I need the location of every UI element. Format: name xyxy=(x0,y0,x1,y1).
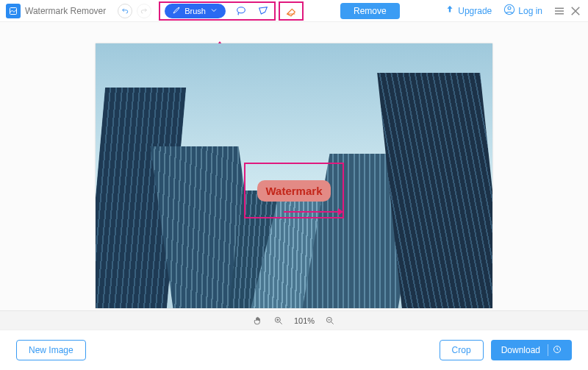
close-button[interactable] xyxy=(569,4,582,18)
crop-button[interactable]: Crop xyxy=(440,340,484,360)
image-canvas[interactable]: Watermark xyxy=(96,43,492,308)
eraser-tool-button[interactable] xyxy=(284,4,298,18)
history-controls xyxy=(118,4,151,18)
watermark-selection-box[interactable]: Watermark xyxy=(244,163,344,218)
watermark-label: Watermark xyxy=(257,180,331,202)
menu-button[interactable] xyxy=(553,4,566,18)
top-toolbar: Watermark Remover Brush Remove Upgrade xyxy=(0,0,588,22)
remove-button[interactable]: Remove xyxy=(340,3,400,19)
zoom-level: 101% xyxy=(294,316,315,325)
svg-point-1 xyxy=(237,7,245,13)
button-split xyxy=(548,344,548,356)
clock-icon xyxy=(553,345,562,356)
login-button[interactable]: Log in xyxy=(503,4,542,18)
brush-label: Brush xyxy=(184,7,206,15)
brush-tool-button[interactable]: Brush xyxy=(165,4,226,18)
brush-icon xyxy=(172,6,181,16)
undo-button[interactable] xyxy=(118,4,132,18)
zoom-in-button[interactable] xyxy=(273,316,284,326)
zoom-out-button[interactable] xyxy=(325,316,335,326)
chevron-down-icon xyxy=(209,6,218,16)
app-logo xyxy=(6,4,21,18)
pan-hand-button[interactable] xyxy=(253,316,263,326)
svg-point-3 xyxy=(508,7,511,10)
upgrade-button[interactable]: Upgrade xyxy=(445,4,492,17)
zoom-bar: 101% xyxy=(0,310,588,330)
user-icon xyxy=(503,4,515,18)
lasso-tool-button[interactable] xyxy=(234,4,248,18)
new-image-button[interactable]: New Image xyxy=(16,340,86,360)
upload-icon xyxy=(445,4,455,17)
eraser-tool-annotated xyxy=(279,1,304,21)
upgrade-label: Upgrade xyxy=(458,6,492,16)
download-label: Download xyxy=(501,345,540,355)
app-title: Watermark Remover xyxy=(25,6,106,16)
polygon-tool-button[interactable] xyxy=(257,4,270,18)
download-button[interactable]: Download xyxy=(491,340,572,360)
redo-button[interactable] xyxy=(137,4,151,18)
selection-tools-annotated: Brush xyxy=(159,1,276,21)
bottom-toolbar: New Image Crop Download xyxy=(0,330,588,370)
canvas-area: Watermark 101% xyxy=(0,22,588,330)
login-label: Log in xyxy=(518,6,542,16)
